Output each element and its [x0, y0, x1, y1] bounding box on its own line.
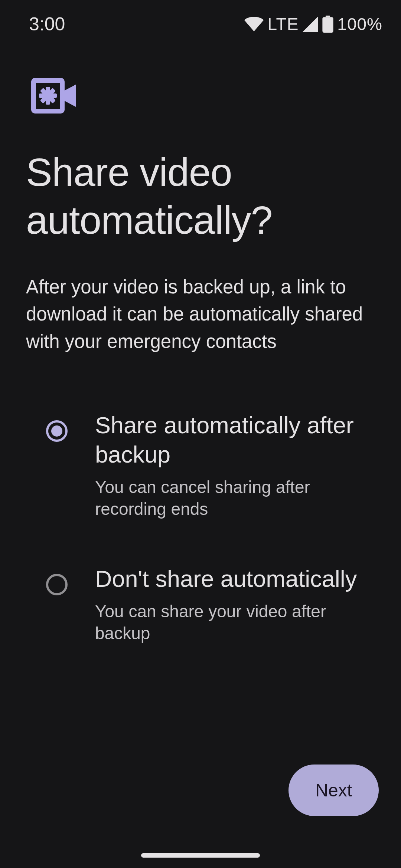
option-subtitle: You can share your video after backup [95, 601, 368, 644]
navigation-handle[interactable] [141, 853, 260, 858]
emergency-video-icon [31, 108, 76, 115]
network-label: LTE [267, 14, 299, 34]
option-share-automatically[interactable]: Share automatically after backup You can… [46, 411, 368, 520]
page-title: Share video automatically? [26, 148, 375, 244]
option-text: Don't share automatically You can share … [95, 564, 368, 644]
main-content: Share video automatically? After your vi… [0, 41, 401, 644]
page-icon-container [31, 78, 375, 115]
option-dont-share[interactable]: Don't share automatically You can share … [46, 564, 368, 644]
next-button[interactable]: Next [288, 765, 379, 816]
radio-group: Share automatically after backup You can… [26, 411, 375, 644]
radio-selected-icon [46, 420, 68, 442]
wifi-icon [244, 17, 264, 32]
option-title: Share automatically after backup [95, 411, 368, 470]
footer: Next [288, 765, 379, 816]
status-time: 3:00 [29, 13, 65, 35]
option-title: Don't share automatically [95, 564, 368, 594]
svg-rect-0 [326, 16, 330, 17]
signal-icon [302, 16, 319, 32]
page-description: After your video is backed up, a link to… [26, 273, 375, 355]
radio-unselected-icon [46, 574, 68, 595]
status-right: LTE 100% [244, 14, 382, 34]
battery-label: 100% [337, 14, 382, 34]
svg-rect-1 [323, 17, 333, 33]
option-subtitle: You can cancel sharing after recording e… [95, 476, 368, 520]
status-bar: 3:00 LTE 100% [0, 0, 401, 41]
option-text: Share automatically after backup You can… [95, 411, 368, 520]
battery-icon [322, 16, 333, 33]
